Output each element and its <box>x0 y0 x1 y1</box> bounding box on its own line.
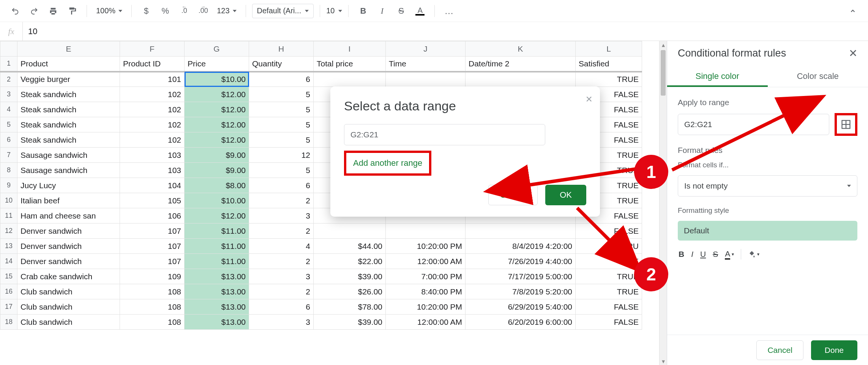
cell[interactable]: Club sandwich <box>17 284 120 299</box>
cell[interactable]: 5 <box>249 132 314 148</box>
strikethrough-button[interactable]: S <box>713 250 718 259</box>
cell[interactable]: 103 <box>120 163 185 178</box>
cell[interactable]: FALSE <box>576 223 642 239</box>
strikethrough-button[interactable]: S <box>393 3 409 19</box>
cell[interactable]: $78.00 <box>314 299 386 315</box>
row-header[interactable]: 3 <box>0 87 17 102</box>
currency-button[interactable]: $ <box>138 3 155 19</box>
col-header-E[interactable]: E <box>17 41 120 57</box>
cell[interactable]: Product <box>17 57 120 72</box>
cell[interactable]: 108 <box>120 299 185 315</box>
cell[interactable]: 107 <box>120 239 185 254</box>
cell[interactable]: 5 <box>249 87 314 102</box>
font-family-select[interactable]: Default (Ari... <box>252 4 314 18</box>
cell[interactable]: 2 <box>249 254 314 269</box>
cell[interactable]: $39.00 <box>314 315 386 330</box>
italic-button[interactable]: I <box>691 250 693 259</box>
cell[interactable]: $9.00 <box>185 163 249 178</box>
cell[interactable]: 6 <box>249 72 314 87</box>
cell[interactable]: 2 <box>249 223 314 239</box>
row-header[interactable]: 1 <box>0 57 17 72</box>
more-button[interactable]: … <box>441 3 458 19</box>
cell[interactable]: $22.00 <box>314 254 386 269</box>
cell[interactable]: Sausage sandwich <box>17 148 120 163</box>
cell[interactable]: 108 <box>120 284 185 299</box>
cell[interactable]: Denver sandwich <box>17 254 120 269</box>
row-header[interactable]: 15 <box>0 269 17 284</box>
style-preview[interactable]: Default <box>678 221 857 241</box>
cell[interactable]: Steak sandwich <box>17 117 120 132</box>
row-header[interactable]: 14 <box>0 254 17 269</box>
cell[interactable]: Time <box>386 57 466 72</box>
dialog-cancel-button[interactable]: Cancel <box>488 185 538 205</box>
cell[interactable]: $8.00 <box>185 178 249 193</box>
row-header[interactable]: 17 <box>0 299 17 315</box>
cell[interactable]: 109 <box>120 269 185 284</box>
cell[interactable]: 5 <box>249 102 314 117</box>
row-header[interactable]: 18 <box>0 315 17 330</box>
cell[interactable]: Quantity <box>249 57 314 72</box>
cell[interactable]: Price <box>185 57 249 72</box>
row-header[interactable]: 13 <box>0 239 17 254</box>
cell[interactable]: TRU <box>576 239 642 254</box>
cell[interactable]: $11.00 <box>185 254 249 269</box>
cell[interactable]: Italian beef <box>17 193 120 208</box>
cell[interactable]: Denver sandwich <box>17 223 120 239</box>
cell[interactable]: Veggie burger <box>17 72 120 87</box>
cell[interactable]: 106 <box>120 208 185 223</box>
cell[interactable]: Sausage sandwich <box>17 163 120 178</box>
cell[interactable]: $13.00 <box>185 284 249 299</box>
panel-done-button[interactable]: Done <box>811 340 857 360</box>
cell[interactable]: 7/8/2019 5:20:00 <box>466 284 576 299</box>
col-header-H[interactable]: H <box>249 41 314 57</box>
cell[interactable] <box>466 223 576 239</box>
cell[interactable]: $9.00 <box>185 148 249 163</box>
col-header-G[interactable]: G <box>185 41 249 57</box>
condition-select[interactable]: Is not empty <box>678 175 857 197</box>
row-header[interactable]: 5 <box>0 117 17 132</box>
range-input[interactable] <box>678 114 829 135</box>
cell[interactable]: $11.00 <box>185 239 249 254</box>
cell[interactable]: TRUE <box>576 254 642 269</box>
cell[interactable]: Ham and cheese san <box>17 208 120 223</box>
tab-color-scale[interactable]: Color scale <box>768 65 868 87</box>
cell[interactable] <box>386 72 466 87</box>
cell[interactable]: Product ID <box>120 57 185 72</box>
cell[interactable]: 108 <box>120 315 185 330</box>
underline-button[interactable]: U <box>700 250 706 259</box>
cell[interactable]: 107 <box>120 223 185 239</box>
cell[interactable]: Satisfied <box>576 57 642 72</box>
print-button[interactable] <box>45 3 62 19</box>
cell[interactable]: Steak sandwich <box>17 132 120 148</box>
cell[interactable]: 6/29/2019 5:40:00 <box>466 299 576 315</box>
cell[interactable]: $13.00 <box>185 269 249 284</box>
row-header[interactable]: 9 <box>0 178 17 193</box>
cell[interactable]: $11.00 <box>185 223 249 239</box>
cell[interactable]: $13.00 <box>185 315 249 330</box>
cell[interactable]: 6/20/2019 6:00:00 <box>466 315 576 330</box>
font-size-select[interactable]: 10 <box>326 6 342 15</box>
cell[interactable]: Jucy Lucy <box>17 178 120 193</box>
number-format-select[interactable]: 123 <box>214 6 239 15</box>
cell[interactable]: 3 <box>249 269 314 284</box>
cell[interactable]: 107 <box>120 254 185 269</box>
cell[interactable]: 12 <box>249 148 314 163</box>
cell[interactable]: $12.00 <box>185 102 249 117</box>
row-header[interactable]: 4 <box>0 102 17 117</box>
cell[interactable]: 105 <box>120 193 185 208</box>
cell[interactable] <box>386 223 466 239</box>
col-header-K[interactable]: K <box>466 41 576 57</box>
increase-decimal-button[interactable]: .00→ <box>195 3 211 19</box>
panel-cancel-button[interactable]: Cancel <box>756 340 803 360</box>
cell[interactable] <box>314 72 386 87</box>
paint-format-button[interactable] <box>64 3 80 19</box>
redo-button[interactable] <box>26 3 43 19</box>
bold-button[interactable]: B <box>679 250 684 259</box>
cell[interactable]: 12:00:00 AM <box>386 254 466 269</box>
fill-color-button[interactable]: ▾ <box>748 250 759 258</box>
dialog-close-button[interactable]: × <box>586 93 592 105</box>
dialog-ok-button[interactable]: OK <box>545 185 586 205</box>
cell[interactable]: Steak sandwich <box>17 102 120 117</box>
cell[interactable]: $10.00 <box>185 193 249 208</box>
tab-single-color[interactable]: Single color <box>667 65 768 87</box>
